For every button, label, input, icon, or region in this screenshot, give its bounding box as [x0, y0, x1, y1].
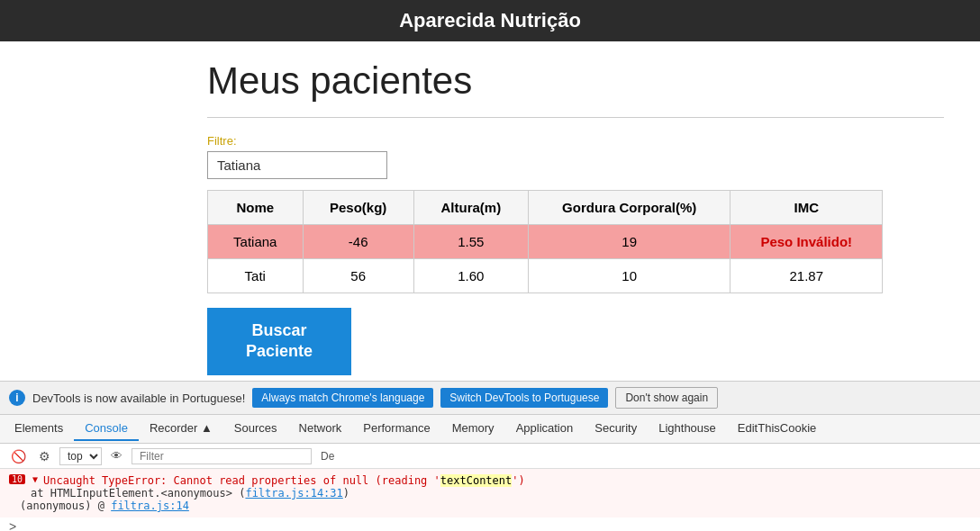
error-arrow: ▼ — [32, 474, 38, 484]
cell-peso: -46 — [303, 225, 413, 259]
filter-container: Filtre: — [207, 134, 944, 179]
cell-peso: 56 — [303, 259, 413, 293]
cell-gordura: 19 — [528, 225, 730, 259]
cursor-symbol: > — [9, 519, 16, 531]
always-match-language-button[interactable]: Always match Chrome's language — [252, 388, 433, 408]
error-anonymous-line: (anonymous) @ filtra.js:14 — [20, 500, 971, 512]
devtools-console-content: 10 ▼ Uncaught TypeError: Cannot read pro… — [0, 469, 980, 518]
devtools-toolbar: 🚫 ⚙ top 👁 De — [0, 444, 980, 469]
tab-sources[interactable]: Sources — [223, 417, 288, 441]
dont-show-again-button[interactable]: Don't show again — [615, 387, 718, 409]
error-line1: 10 ▼ Uncaught TypeError: Cannot read pro… — [9, 474, 971, 487]
cell-altura: 1.55 — [413, 225, 528, 259]
tab-network[interactable]: Network — [288, 417, 353, 441]
cell-imc: 21.87 — [730, 259, 883, 293]
table-header-row: Nome Peso(kg) Altura(m) Gordura Corporal… — [208, 191, 883, 225]
col-gordura: Gordura Corporal(%) — [528, 191, 730, 225]
page-title: Meus pacientes — [207, 59, 944, 103]
cell-nome: Tatiana — [208, 225, 304, 259]
button-container: BuscarPaciente — [207, 293, 944, 375]
tab-security[interactable]: Security — [584, 417, 648, 441]
tab-editthiscookie[interactable]: EditThisCookie — [727, 417, 827, 441]
table-row: Tati561.601021.87 — [208, 259, 883, 293]
filtra-link-2[interactable]: filtra.js:14 — [111, 500, 189, 512]
error-at-line: at HTMLInputElement.<anonymous> (filtra.… — [31, 487, 971, 500]
tab-application[interactable]: Application — [505, 417, 585, 441]
tab-performance[interactable]: Performance — [352, 417, 440, 441]
filter-divider — [207, 117, 944, 118]
tab-console[interactable]: Console — [74, 417, 139, 441]
table-row: Tatiana-461.5519Peso Inválido! — [208, 225, 883, 259]
error-message: Uncaught TypeError: Cannot read properti… — [43, 474, 525, 487]
tab-recorder[interactable]: Recorder ▲ — [139, 417, 223, 441]
cell-altura: 1.60 — [413, 259, 528, 293]
main-content: Meus pacientes Filtre: Nome Peso(kg) Alt… — [0, 41, 980, 425]
filter-input[interactable] — [207, 151, 387, 179]
cell-gordura: 10 — [528, 259, 730, 293]
clear-console-button[interactable]: 🚫 — [7, 447, 30, 465]
cursor-line: > — [0, 518, 980, 531]
col-altura: Altura(m) — [413, 191, 528, 225]
de-label: De — [321, 450, 334, 463]
console-settings-button[interactable]: ⚙ — [35, 447, 54, 465]
cell-nome: Tati — [208, 259, 304, 293]
info-icon: i — [9, 390, 25, 406]
eye-button[interactable]: 👁 — [107, 447, 126, 464]
error-count: 10 — [9, 474, 25, 484]
devtools-panel: Elements Console Recorder ▲ Sources Netw… — [0, 414, 980, 531]
devtools-tabs: Elements Console Recorder ▲ Sources Netw… — [0, 415, 980, 444]
col-imc: IMC — [730, 191, 883, 225]
devtools-banner-text: DevTools is now available in Portuguese! — [32, 392, 245, 405]
cell-imc: Peso Inválido! — [730, 225, 883, 259]
col-nome: Nome — [208, 191, 304, 225]
devtools-banner: i DevTools is now available in Portugues… — [0, 381, 980, 414]
col-peso: Peso(kg) — [303, 191, 413, 225]
patients-table: Nome Peso(kg) Altura(m) Gordura Corporal… — [207, 190, 883, 293]
buscar-paciente-button[interactable]: BuscarPaciente — [207, 308, 351, 375]
app-header: Aparecida Nutrição — [0, 0, 980, 41]
tab-lighthouse[interactable]: Lighthouse — [648, 417, 727, 441]
filter-devtools-input[interactable] — [132, 448, 312, 464]
filtra-link-1[interactable]: filtra.js:14:31 — [245, 487, 342, 500]
tab-memory[interactable]: Memory — [441, 417, 505, 441]
filter-label: Filtre: — [207, 134, 944, 148]
app-title: Aparecida Nutrição — [399, 9, 581, 32]
switch-devtools-portuguese-button[interactable]: Switch DevTools to Portuguese — [440, 388, 608, 408]
tab-elements[interactable]: Elements — [4, 417, 74, 441]
context-selector[interactable]: top — [59, 447, 102, 465]
